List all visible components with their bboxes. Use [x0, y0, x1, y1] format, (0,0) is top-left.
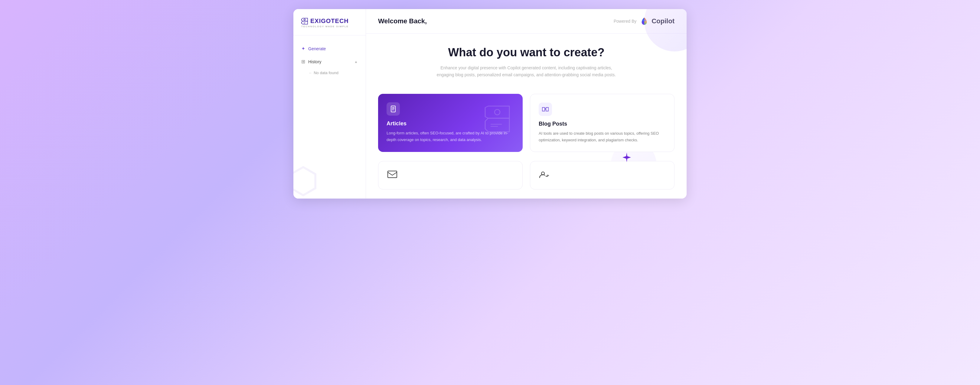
sidebar-logo-area: EXIGOTECH TECHNOLOGY MADE SIMPLE	[293, 9, 366, 35]
card-social[interactable]	[530, 161, 675, 190]
generate-label: Generate	[308, 46, 326, 51]
email-card-icon	[387, 170, 514, 181]
chevron-up-icon: ▲	[354, 60, 358, 64]
brand-name: EXIGOTECH	[301, 18, 349, 24]
blog-card-icon	[539, 102, 552, 116]
copilot-name: Copilot	[652, 17, 675, 25]
bottom-cards-row	[366, 161, 687, 198]
welcome-title: Welcome Back,	[378, 17, 427, 25]
brand-logo: EXIGOTECH TECHNOLOGY MADE SIMPLE	[301, 18, 358, 28]
hero-section: What do you want to create? Enhance your…	[366, 34, 687, 85]
history-icon: ⊞	[301, 59, 305, 64]
card-email[interactable]	[378, 161, 523, 190]
blog-card-desc: AI tools are used to create blog posts o…	[539, 130, 666, 143]
content-cards-grid: Articles Long-form articles, often SEO-f…	[366, 85, 687, 161]
card-blog-posts[interactable]: Blog Posts AI tools are used to create b…	[530, 94, 675, 152]
main-content: Welcome Back, Powered By	[366, 9, 687, 198]
svg-point-1	[495, 110, 500, 115]
articles-card-icon	[387, 102, 400, 116]
sidebar-item-generate[interactable]: ✦ Generate	[297, 43, 362, 54]
sidebar: EXIGOTECH TECHNOLOGY MADE SIMPLE ✦ Gener…	[293, 9, 366, 198]
sidebar-navigation: ✦ Generate ⊞ History ▲ No data found	[293, 35, 366, 84]
hero-subtitle: Enhance your digital presence with Copil…	[436, 64, 617, 79]
history-no-data: No data found	[297, 69, 362, 77]
card-articles[interactable]: Articles Long-form articles, often SEO-f…	[378, 94, 523, 152]
articles-card-desc: Long-form articles, often SEO-focused, a…	[387, 130, 514, 143]
history-label: History	[308, 59, 321, 64]
sidebar-item-history[interactable]: ⊞ History ▲	[297, 56, 362, 67]
sidebar-watermark: ⬡	[293, 162, 319, 198]
blog-card-title: Blog Posts	[539, 121, 666, 127]
brand-subtitle: TECHNOLOGY MADE SIMPLE	[301, 25, 349, 28]
copilot-icon	[640, 16, 649, 26]
powered-by-section: Powered By	[614, 16, 675, 26]
generate-icon: ✦	[301, 46, 305, 51]
hero-title: What do you want to create?	[378, 46, 675, 60]
powered-by-label: Powered By	[614, 19, 636, 24]
social-card-icon	[539, 170, 666, 181]
page-header: Welcome Back, Powered By	[366, 9, 687, 34]
svg-rect-6	[388, 171, 397, 178]
svg-point-0	[304, 19, 305, 20]
logo-icon	[301, 18, 309, 24]
copilot-logo: Copilot	[640, 16, 675, 26]
sparkle-decoration	[621, 152, 632, 164]
